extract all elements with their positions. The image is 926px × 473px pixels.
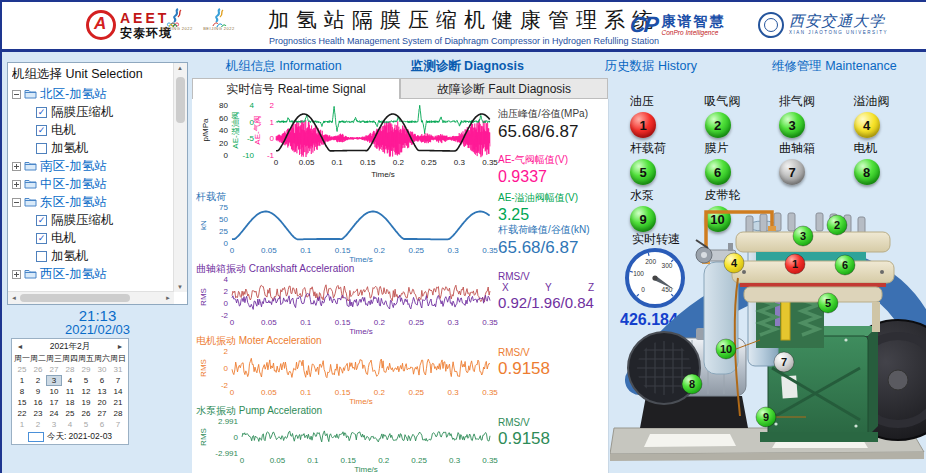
scrollbar-thumb[interactable] [20,294,130,302]
tree-unit-0-0[interactable]: ✓隔膜压缩机 [36,103,173,121]
status-led-1[interactable]: 1 [630,112,656,138]
svg-text:3: 3 [800,230,806,242]
collapse-icon[interactable] [12,90,21,99]
tree-station-3[interactable]: 东区-加氢站 [12,193,173,211]
calendar-day[interactable]: 16 [30,397,46,408]
checkbox-checked[interactable]: ✓ [36,125,47,136]
calendar-day[interactable]: 6 [94,419,110,430]
calendar-day[interactable]: 30 [94,364,110,375]
calendar-day[interactable]: 6 [94,375,110,386]
calendar-day[interactable]: 25 [62,408,78,419]
checkbox[interactable] [36,251,47,262]
page-title: 加氢站隔膜压缩机健康管理系统 [254,6,674,34]
calendar-day[interactable]: 7 [110,375,126,386]
scroll-up-icon[interactable]: ▲ [177,65,183,71]
calendar-day[interactable]: 12 [78,386,94,397]
calendar-next-icon[interactable]: ► [114,343,126,350]
expand-icon[interactable] [12,180,21,189]
calendar-day[interactable]: 15 [14,397,30,408]
svg-text:2: 2 [224,347,229,356]
calendar-day[interactable]: 14 [110,386,126,397]
tree-station-4[interactable]: 西区-加氢站 [12,265,173,283]
tree-station-2[interactable]: 中区-加氢站 [12,175,173,193]
calendar-day[interactable]: 28 [62,364,78,375]
status-led-2[interactable]: 2 [705,112,731,138]
calendar-day-selected[interactable]: 3 [46,375,62,386]
calendar-day[interactable]: 29 [78,364,94,375]
scroll-down-icon[interactable]: ▼ [177,284,183,290]
scroll-right-icon[interactable]: ► [165,295,171,301]
calendar-today-row[interactable]: 今天: 2021-02-03 [14,430,126,443]
status-led-3[interactable]: 3 [779,112,805,138]
status-led-6[interactable]: 6 [705,159,731,185]
expand-icon[interactable] [12,270,21,279]
calendar-day[interactable]: 26 [78,408,94,419]
svg-text:1: 1 [270,118,275,127]
calendar-day[interactable]: 22 [14,408,30,419]
nav-item-1[interactable]: 监测诊断 Diagnosis [376,55,560,77]
calendar-day[interactable]: 23 [30,408,46,419]
nav-item-0[interactable]: 机组信息 Information [192,55,376,77]
calendar-day[interactable]: 5 [78,419,94,430]
unit-selection-panel: 机组选择 Unit Selection北区-加氢站✓隔膜压缩机✓电机加氢机南区-… [7,62,188,305]
calendar-day[interactable]: 11 [62,386,78,397]
svg-text:Time/s: Time/s [349,255,373,263]
subtab-0[interactable]: 实时信号 Real-time Signal [192,78,400,99]
calendar-day[interactable]: 18 [62,397,78,408]
calendar-day[interactable]: 2 [30,375,46,386]
checkbox-checked[interactable]: ✓ [36,233,47,244]
calendar-day[interactable]: 1 [14,375,30,386]
calendar-day[interactable]: 19 [78,397,94,408]
tree-vertical-scrollbar[interactable]: ▲ ▼ [173,63,187,292]
tree-unit-0-2[interactable]: 加氢机 [36,139,173,157]
tree-horizontal-scrollbar[interactable]: ◄ ► [8,291,174,304]
subtab-1[interactable]: 故障诊断 Fault Diagnosis [400,78,608,99]
svg-text:4: 4 [250,101,255,110]
tree-unit-3-2[interactable]: 加氢机 [36,247,173,265]
tree-station-1[interactable]: 南区-加氢站 [12,157,173,175]
calendar-day[interactable]: 8 [14,386,30,397]
scrollbar-thumb[interactable] [176,77,185,123]
calendar-day[interactable]: 27 [46,364,62,375]
today-box-icon [28,432,44,442]
calendar-day[interactable]: 26 [30,364,46,375]
tree-unit-3-0[interactable]: ✓隔膜压缩机 [36,211,173,229]
calendar-day[interactable]: 10 [46,386,62,397]
calendar-prev-icon[interactable]: ◄ [14,343,26,350]
calendar-day[interactable]: 17 [46,397,62,408]
scroll-left-icon[interactable]: ◄ [11,295,17,301]
calendar-day[interactable]: 25 [14,364,30,375]
calendar-day[interactable]: 3 [46,419,62,430]
calendar-day[interactable]: 4 [62,419,78,430]
checkbox-checked[interactable]: ✓ [36,107,47,118]
calendar-day[interactable]: 4 [62,375,78,386]
calendar-day[interactable]: 21 [110,397,126,408]
calendar-day[interactable]: 1 [14,419,30,430]
calendar-day[interactable]: 28 [110,408,126,419]
checkbox[interactable] [36,143,47,154]
calendar-day[interactable]: 24 [46,408,62,419]
calendar-day[interactable]: 9 [30,386,46,397]
calendar-day[interactable]: 13 [94,386,110,397]
indicator-油压: 油压1 [624,93,696,138]
status-led-4[interactable]: 4 [854,112,880,138]
status-led-5[interactable]: 5 [630,159,656,185]
svg-text:Time/s: Time/s [371,170,395,179]
calendar-day[interactable]: 7 [110,419,126,430]
svg-text:0: 0 [224,151,229,160]
tree-station-0[interactable]: 北区-加氢站 [12,85,173,103]
expand-icon[interactable] [12,162,21,171]
calendar-day[interactable]: 20 [94,397,110,408]
collapse-icon[interactable] [12,198,21,207]
calendar-day[interactable]: 27 [94,408,110,419]
tree-unit-3-1[interactable]: ✓电机 [36,229,173,247]
status-led-7[interactable]: 7 [779,159,805,185]
tree-unit-0-1[interactable]: ✓电机 [36,121,173,139]
calendar-day[interactable]: 31 [110,364,126,375]
svg-text:0: 0 [224,299,229,308]
status-led-8[interactable]: 8 [854,159,880,185]
checkbox-checked[interactable]: ✓ [36,215,47,226]
calendar-day[interactable]: 2 [30,419,46,430]
calendar-day[interactable]: 5 [78,375,94,386]
svg-text:0.25: 0.25 [408,318,424,327]
